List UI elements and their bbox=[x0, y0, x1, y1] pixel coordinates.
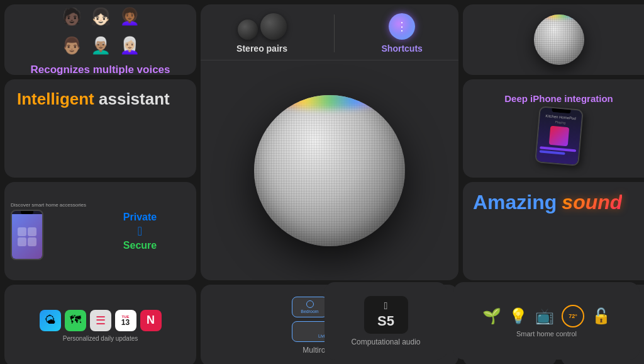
smart-bulb: 💡 bbox=[509, 307, 528, 325]
intelligent-word2: assistant bbox=[99, 89, 170, 108]
avatar-3: 👩🏾‍🦱 bbox=[116, 4, 143, 30]
avatar-1: 🧑🏿 bbox=[58, 4, 85, 30]
deep-iphone-card: Deep iPhone integration Kitchen HomePod … bbox=[463, 79, 644, 178]
iphone-mockup: Kitchen HomePod Playing bbox=[535, 106, 584, 166]
smart-home-control-card: 🌱 💡 📺 72° 🔓 Smart home control bbox=[453, 282, 640, 360]
amazing-word1: Amazing bbox=[473, 191, 557, 214]
mini-speaker-left bbox=[238, 20, 258, 40]
iphone-screen: Kitchen HomePod Playing bbox=[536, 111, 582, 164]
smart-lock: 🔓 bbox=[592, 307, 611, 325]
apple-logo-icon:  bbox=[138, 224, 142, 239]
sprinkler-icon: 🌱 bbox=[482, 307, 501, 325]
avatar-grid: 🧑🏿 👧🏻 👩🏾‍🦱 👨🏽 👨🏽‍🦳 👩🏼‍🦳 bbox=[58, 4, 143, 59]
homepod-sphere bbox=[254, 95, 405, 246]
shortcuts-label: Shortcuts bbox=[382, 43, 423, 54]
discover-label: Discover smart home accessories bbox=[11, 202, 86, 208]
intelligent-inner: Intelligent assistant bbox=[4, 79, 196, 119]
amazing-word2: sound bbox=[562, 191, 622, 214]
avatar-5: 👨🏽‍🦳 bbox=[87, 32, 114, 59]
tv-icon: 📺 bbox=[535, 307, 554, 325]
avatar-2: 👧🏻 bbox=[87, 4, 114, 30]
computational-audio-card:  S5 Computational audio bbox=[325, 282, 447, 360]
lock-icon: 🔓 bbox=[592, 307, 611, 325]
smart-home-phone bbox=[11, 210, 43, 260]
thermostat-badge: 72° bbox=[562, 305, 584, 327]
private-secure: Private  Secure bbox=[90, 212, 190, 251]
smart-tv: 📺 bbox=[535, 307, 554, 325]
homepod-mesh bbox=[254, 95, 405, 246]
divider bbox=[334, 14, 335, 52]
amazing-sound-card: Amazing sound bbox=[463, 182, 644, 280]
shortcuts-feature: ⋮ Shortcuts bbox=[382, 13, 423, 54]
smart-control-icons: 🌱 💡 📺 72° 🔓 bbox=[482, 305, 611, 327]
secure-label: Secure bbox=[123, 240, 157, 251]
deep-iphone-inner: Deep iPhone integration Kitchen HomePod … bbox=[463, 79, 644, 178]
homepod-mini-mesh bbox=[534, 14, 584, 65]
daily-updates-card: 🌤 🗺 ☰ TUE 13 N Personalized daily update… bbox=[4, 285, 196, 364]
apple-chip-icon:  bbox=[384, 300, 388, 312]
intelligent-text: Intelligent assistant bbox=[17, 89, 184, 109]
voices-label: Recognizes multiple voices bbox=[30, 64, 170, 75]
smart-sprinkler: 🌱 bbox=[482, 307, 501, 325]
voices-card: 🧑🏿 👧🏻 👩🏾‍🦱 👨🏽 👨🏽‍🦳 👩🏼‍🦳 Recognizes multi… bbox=[4, 4, 196, 75]
maps-app-icon: 🗺 bbox=[65, 310, 86, 331]
room-chip-bedroom: Bedroom bbox=[292, 297, 328, 317]
private-label: Private bbox=[123, 212, 157, 223]
chip-model: S5 bbox=[377, 313, 394, 329]
homepod-center-card: Stereo pairs ⋮ Shortcuts bbox=[201, 4, 458, 280]
room-label-bedroom: Bedroom bbox=[301, 309, 318, 314]
right-col-mid: Deep iPhone integration Kitchen HomePod … bbox=[463, 79, 644, 280]
temp-value: 72° bbox=[569, 313, 577, 319]
smart-home-card: Discover smart home accessories Pr bbox=[4, 182, 196, 280]
deep-iphone-label: Deep iPhone integration bbox=[504, 93, 613, 104]
stereo-label: Stereo pairs bbox=[236, 43, 287, 54]
intelligent-word1: Intelligent bbox=[17, 89, 94, 108]
phone-home-screen bbox=[12, 214, 42, 259]
room-circle-bedroom bbox=[306, 300, 314, 308]
homepod-mini-top bbox=[534, 14, 584, 65]
bulb-icon: 💡 bbox=[509, 307, 528, 325]
top-right-card bbox=[463, 4, 644, 75]
stereo-feature: Stereo pairs bbox=[236, 13, 287, 54]
amazing-text: Amazing sound bbox=[473, 191, 622, 214]
computational-label: Computational audio bbox=[351, 338, 420, 346]
iphone-album-art bbox=[548, 125, 569, 146]
weather-app-icon: 🌤 bbox=[40, 310, 61, 331]
smart-control-label: Smart home control bbox=[516, 330, 577, 338]
calendar-app-icon: TUE 13 bbox=[115, 310, 136, 331]
homepod-body bbox=[254, 95, 405, 246]
amazing-sound-inner: Amazing sound bbox=[463, 182, 644, 280]
intelligent-card: Intelligent assistant bbox=[4, 79, 196, 178]
avatar-4: 👨🏽 bbox=[58, 32, 85, 59]
avatar-6: 👩🏼‍🦳 bbox=[116, 32, 143, 59]
speaker-pair bbox=[238, 13, 287, 40]
daily-updates-label: Personalized daily updates bbox=[63, 335, 138, 342]
siri-orb: ⋮ bbox=[389, 13, 415, 40]
news-app-icon: N bbox=[140, 310, 162, 331]
mini-speaker-right bbox=[260, 13, 287, 40]
chip-badge:  S5 bbox=[364, 296, 408, 334]
smart-home-phone-wrap: Discover smart home accessories bbox=[11, 202, 86, 260]
reminders-app-icon: ☰ bbox=[90, 310, 111, 331]
